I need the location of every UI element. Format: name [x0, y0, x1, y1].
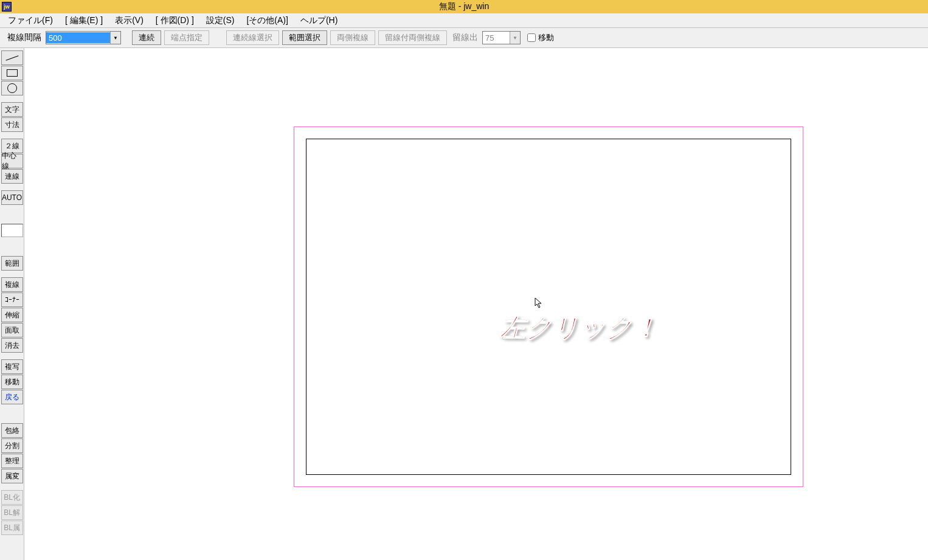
spacing-input[interactable] — [46, 32, 110, 43]
menu-settings[interactable]: 設定(S) — [200, 14, 241, 27]
menu-help[interactable]: ヘルプ(H) — [294, 14, 344, 27]
tool-auto[interactable]: AUTO — [1, 190, 23, 205]
tomesende-combo: ▼ — [482, 31, 521, 44]
tool-blzoku: BL属 — [1, 520, 23, 535]
tool-sunpo[interactable]: 寸法 — [1, 117, 23, 132]
toolbar: 複線間隔 ▼ 連続 端点指定 連続線選択 範囲選択 両側複線 留線付両側複線 留… — [0, 28, 928, 48]
tool-modoru[interactable]: 戻る — [1, 390, 23, 404]
tool-slot[interactable] — [1, 224, 23, 237]
tool-ido[interactable]: 移動 — [1, 375, 23, 389]
spacing-combo[interactable]: ▼ — [46, 31, 121, 44]
menu-other[interactable]: [その他(A)] — [240, 14, 294, 27]
tantenshitei-button: 端点指定 — [164, 30, 209, 45]
titlebar: jw 無題 - jw_win — [0, 0, 928, 13]
tomesentsuki-button: 留線付両側複線 — [378, 30, 447, 45]
tool-chushinsen[interactable]: 中心線 — [1, 154, 23, 168]
spacing-dropdown-icon[interactable]: ▼ — [110, 32, 120, 44]
tool-corner[interactable]: ｺｰﾅｰ — [1, 292, 23, 307]
hanisentaku-button[interactable]: 範囲選択 — [282, 30, 327, 45]
side-toolbar: 文字 寸法 ２線 中心線 連線 AUTO 範囲 複線 ｺｰﾅｰ 伸縮 面取 消去… — [0, 48, 24, 560]
tool-blka: BL化 — [1, 490, 23, 505]
main-area: 文字 寸法 ２線 中心線 連線 AUTO 範囲 複線 ｺｰﾅｰ 伸縮 面取 消去… — [0, 48, 928, 560]
tool-mentori[interactable]: 面取 — [1, 323, 23, 337]
window-title: 無題 - jw_win — [439, 1, 489, 12]
paper-inner-rect — [306, 139, 791, 475]
menu-file[interactable]: ファイル(F) — [2, 14, 59, 27]
renzokusen-sentaku-button: 連続線選択 — [226, 30, 279, 45]
tool-blkai: BL解 — [1, 505, 23, 520]
tool-shokyo[interactable]: 消去 — [1, 338, 23, 353]
canvas[interactable]: 左クリック！ — [24, 48, 928, 560]
ryosokufukusen-button: 両側複線 — [330, 30, 375, 45]
tool-horaku[interactable]: 包絡 — [1, 423, 23, 438]
spacing-label: 複線間隔 — [7, 32, 41, 43]
tool-rensen[interactable]: 連線 — [1, 169, 23, 184]
tool-circle[interactable] — [1, 81, 23, 95]
ido-checkbox-label: 移動 — [538, 32, 554, 43]
tool-seiri[interactable]: 整理 — [1, 454, 23, 468]
annotation-text: 左クリック！ — [500, 311, 659, 345]
tool-zokuhen[interactable]: 属変 — [1, 469, 23, 483]
tool-moji[interactable]: 文字 — [1, 102, 23, 117]
menubar: ファイル(F) [ 編集(E) ] 表示(V) [ 作図(D) ] 設定(S) … — [0, 13, 928, 28]
menu-draw[interactable]: [ 作図(D) ] — [150, 14, 200, 27]
tomesende-input — [483, 32, 510, 43]
ido-checkbox-wrap[interactable]: 移動 — [527, 32, 554, 43]
renroku-button[interactable]: 連続 — [132, 30, 161, 45]
tomesende-label: 留線出 — [452, 32, 478, 43]
tool-fukusen[interactable]: 複線 — [1, 277, 23, 292]
tool-shinshuku[interactable]: 伸縮 — [1, 308, 23, 322]
menu-view[interactable]: 表示(V) — [109, 14, 150, 27]
menu-edit[interactable]: [ 編集(E) ] — [59, 14, 109, 27]
tool-fukusha[interactable]: 複写 — [1, 359, 23, 374]
tool-hani[interactable]: 範囲 — [1, 256, 23, 271]
tool-rect[interactable] — [1, 66, 23, 80]
app-icon: jw — [2, 2, 12, 12]
tool-bunkatsu[interactable]: 分割 — [1, 438, 23, 453]
ido-checkbox[interactable] — [527, 33, 536, 42]
tomesende-dropdown-icon: ▼ — [510, 32, 520, 44]
tool-line[interactable] — [1, 50, 23, 65]
